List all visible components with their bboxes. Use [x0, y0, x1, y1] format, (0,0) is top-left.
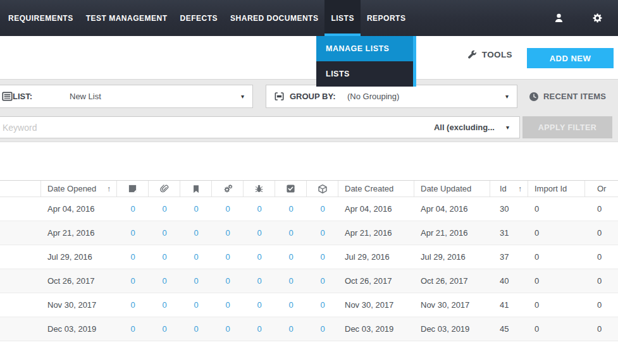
- count-link[interactable]: 0: [225, 300, 230, 310]
- count-link[interactable]: 0: [130, 276, 135, 286]
- header-date-updated[interactable]: Date Updated: [414, 181, 490, 197]
- cell-count-checkbox: 0: [275, 197, 307, 221]
- nav-item-test-management[interactable]: TEST MANAGEMENT: [80, 0, 174, 36]
- count-link[interactable]: 0: [162, 204, 166, 214]
- count-link[interactable]: 0: [130, 324, 135, 334]
- count-link[interactable]: 0: [130, 300, 135, 310]
- count-link[interactable]: 0: [194, 276, 198, 286]
- header-order[interactable]: Or: [585, 181, 618, 197]
- count-link[interactable]: 0: [225, 324, 230, 334]
- list-select[interactable]: LIST: New List ▾: [0, 85, 253, 108]
- header-date-created[interactable]: Date Created: [338, 181, 414, 197]
- header-defects[interactable]: [244, 181, 275, 197]
- count-link[interactable]: 0: [162, 324, 166, 334]
- header-id[interactable]: Id ↑: [490, 181, 528, 197]
- header-tasks[interactable]: [275, 181, 307, 197]
- add-new-button[interactable]: ADD NEW: [527, 48, 614, 68]
- count-link[interactable]: 0: [225, 276, 230, 286]
- header-date-opened-label: Date Opened: [47, 184, 96, 193]
- count-link[interactable]: 0: [320, 228, 324, 238]
- count-link[interactable]: 0: [225, 252, 230, 262]
- cell-count-checkbox: 0: [275, 245, 307, 269]
- count-link[interactable]: 0: [162, 276, 166, 286]
- tools-button[interactable]: TOOLS: [467, 50, 512, 59]
- header-bookmarks[interactable]: [180, 181, 212, 197]
- count-link[interactable]: 0: [130, 252, 135, 262]
- header-import-id[interactable]: Import Id: [528, 181, 585, 197]
- count-link[interactable]: 0: [257, 204, 261, 214]
- header-date-opened[interactable]: Date Opened ↑: [41, 181, 117, 197]
- nav-item-requirements[interactable]: REQUIREMENTS: [2, 0, 80, 36]
- apply-filter-button[interactable]: APPLY FILTER: [522, 116, 612, 138]
- count-link[interactable]: 0: [194, 252, 198, 262]
- menu-item-lists[interactable]: LISTS: [316, 61, 413, 87]
- count-link[interactable]: 0: [320, 252, 324, 262]
- cell-count-bug: 0: [244, 197, 275, 221]
- count-link[interactable]: 0: [320, 276, 324, 286]
- bug-icon: [254, 184, 264, 193]
- cell-date-updated: Oct 26, 2017: [414, 269, 490, 293]
- cell-date-updated: Apr 04, 2016: [414, 197, 490, 221]
- scope-select[interactable]: All (excluding... ▾: [434, 123, 519, 132]
- count-link[interactable]: 0: [257, 252, 261, 262]
- header-attachments[interactable]: [149, 181, 180, 197]
- table-row[interactable]: Dec 03, 20190000000Dec 03, 2019Dec 03, 2…: [0, 317, 618, 341]
- cell-id: 41: [490, 293, 528, 317]
- count-link[interactable]: 0: [288, 228, 293, 238]
- count-link[interactable]: 0: [320, 300, 324, 310]
- count-link[interactable]: 0: [194, 228, 198, 238]
- gear-icon[interactable]: [592, 13, 603, 23]
- table-row[interactable]: Nov 30, 20170000000Nov 30, 2017Nov 30, 2…: [0, 293, 618, 317]
- nav-item-lists[interactable]: LISTS: [324, 0, 361, 36]
- cell-count-gears: 0: [212, 221, 244, 245]
- chevron-down-icon: ▾: [241, 93, 244, 100]
- count-link[interactable]: 0: [130, 204, 135, 214]
- count-link[interactable]: 0: [130, 228, 135, 238]
- cell-count-bug: 0: [244, 317, 275, 341]
- cell-count-package: 0: [307, 197, 338, 221]
- count-link[interactable]: 0: [225, 204, 230, 214]
- table-row[interactable]: Jul 29, 20160000000Jul 29, 2016Jul 29, 2…: [0, 245, 618, 269]
- count-link[interactable]: 0: [320, 204, 324, 214]
- count-link[interactable]: 0: [162, 300, 166, 310]
- cell-date-created: Jul 29, 2016: [338, 245, 414, 269]
- group-by-value: (No Grouping): [347, 92, 399, 101]
- header-builds[interactable]: [307, 181, 338, 197]
- count-link[interactable]: 0: [257, 324, 261, 334]
- user-icon[interactable]: [553, 13, 564, 23]
- row-spacer: [0, 197, 41, 221]
- menu-item-manage-lists[interactable]: MANAGE LISTS: [316, 36, 413, 61]
- count-link[interactable]: 0: [288, 204, 293, 214]
- cell-date-opened: Oct 26, 2017: [41, 269, 117, 293]
- cell-order: 0: [585, 269, 618, 293]
- table-row[interactable]: Apr 21, 20160000000Apr 21, 2016Apr 21, 2…: [0, 221, 618, 245]
- count-link[interactable]: 0: [320, 324, 324, 334]
- lists-grid: Date Opened ↑: [0, 180, 618, 341]
- count-link[interactable]: 0: [194, 324, 198, 334]
- count-link[interactable]: 0: [257, 300, 261, 310]
- count-link[interactable]: 0: [194, 204, 198, 214]
- count-link[interactable]: 0: [288, 252, 293, 262]
- count-link[interactable]: 0: [288, 276, 293, 286]
- cell-count-note: 0: [117, 293, 149, 317]
- nav-item-reports[interactable]: REPORTS: [361, 0, 412, 36]
- lists-dropdown-menu: MANAGE LISTS LISTS: [316, 36, 416, 87]
- header-notes[interactable]: [117, 181, 149, 197]
- count-link[interactable]: 0: [162, 228, 166, 238]
- count-link[interactable]: 0: [257, 228, 261, 238]
- table-row[interactable]: Apr 04, 20160000000Apr 04, 2016Apr 04, 2…: [0, 197, 618, 221]
- count-link[interactable]: 0: [162, 252, 166, 262]
- group-by-select[interactable]: GROUP BY: (No Grouping) ▾: [266, 85, 517, 108]
- nav-item-defects[interactable]: DEFECTS: [174, 0, 225, 36]
- header-automation[interactable]: [212, 181, 244, 197]
- table-row[interactable]: Oct 26, 20170000000Oct 26, 2017Oct 26, 2…: [0, 269, 618, 293]
- count-link[interactable]: 0: [288, 300, 293, 310]
- count-link[interactable]: 0: [257, 276, 261, 286]
- count-link[interactable]: 0: [194, 300, 198, 310]
- count-link[interactable]: 0: [225, 228, 230, 238]
- count-link[interactable]: 0: [288, 324, 293, 334]
- keyword-input[interactable]: [0, 123, 434, 133]
- recent-items-label: RECENT ITEMS: [543, 92, 606, 101]
- nav-item-shared-documents[interactable]: SHARED DOCUMENTS: [224, 0, 324, 36]
- recent-items-button[interactable]: RECENT ITEMS: [529, 85, 606, 108]
